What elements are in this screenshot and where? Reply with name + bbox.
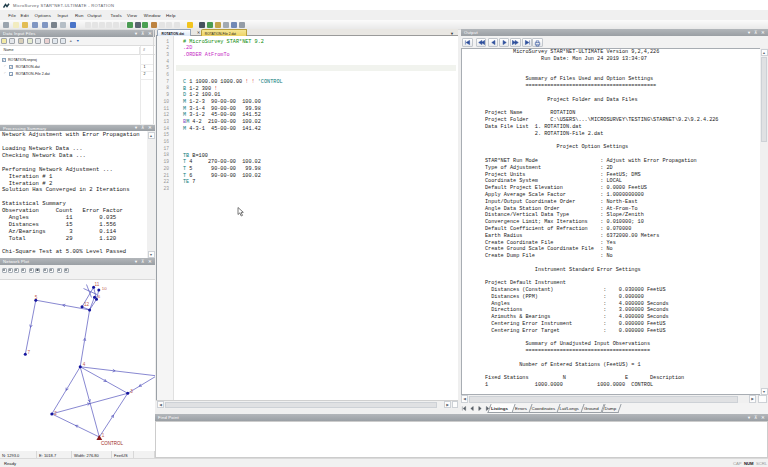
svg-text:7: 7 [28,350,31,355]
svg-text:2: 2 [54,411,57,416]
svg-text:10: 10 [102,286,107,291]
svg-text:12: 12 [84,302,90,307]
svg-text:5: 5 [35,295,38,300]
svg-text:4: 4 [83,362,86,367]
svg-text:6: 6 [98,294,101,299]
svg-text:1: 1 [102,433,105,438]
svg-text:CONTROL: CONTROL [101,441,123,446]
svg-text:3: 3 [130,389,133,394]
svg-text:11: 11 [95,282,100,287]
